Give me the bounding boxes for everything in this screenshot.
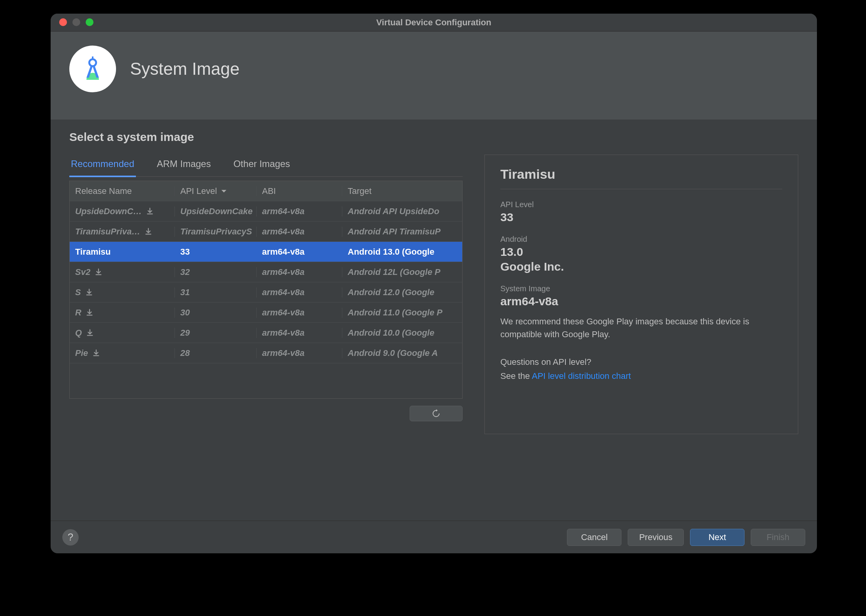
svg-point-1 xyxy=(89,59,96,66)
cell-abi: arm64-v8a xyxy=(257,267,342,277)
table-row[interactable]: R30arm64-v8aAndroid 11.0 (Google P xyxy=(70,303,462,323)
tab-arm-images[interactable]: ARM Images xyxy=(155,155,213,176)
download-icon[interactable] xyxy=(85,288,93,297)
page-title: System Image xyxy=(130,59,239,79)
help-button[interactable]: ? xyxy=(62,529,79,546)
cell-target: Android 11.0 (Google P xyxy=(342,308,462,318)
cell-api: 29 xyxy=(175,328,257,338)
detail-api-label: API Level xyxy=(500,200,782,209)
android-studio-icon xyxy=(69,46,116,92)
detail-note: We recommend these Google Play images be… xyxy=(500,315,782,341)
sort-desc-icon xyxy=(221,188,227,194)
cell-release: Tiramisu xyxy=(70,247,175,257)
cell-abi: arm64-v8a xyxy=(257,247,342,257)
detail-title: Tiramisu xyxy=(500,167,782,189)
cell-api: 30 xyxy=(175,308,257,318)
table-row[interactable]: Tiramisu33arm64-v8aAndroid 13.0 (Google xyxy=(70,242,462,262)
titlebar: Virtual Device Configuration xyxy=(51,14,817,32)
detail-sysimg-label: System Image xyxy=(500,284,782,293)
detail-android-label: Android xyxy=(500,235,782,244)
download-icon[interactable] xyxy=(92,349,100,357)
table-row[interactable]: Pie28arm64-v8aAndroid 9.0 (Google A xyxy=(70,343,462,363)
detail-question: Questions on API level? xyxy=(500,357,782,367)
cell-release: Pie xyxy=(70,348,175,358)
col-api-level[interactable]: API Level xyxy=(175,186,257,196)
detail-vendor: Google Inc. xyxy=(500,260,782,273)
cell-abi: arm64-v8a xyxy=(257,308,342,318)
left-pane: Recommended ARM Images Other Images Rele… xyxy=(69,155,463,434)
cell-release: Q xyxy=(70,328,175,338)
cancel-button[interactable]: Cancel xyxy=(567,529,621,546)
cell-target: Android API TiramisuP xyxy=(342,227,462,237)
download-icon[interactable] xyxy=(86,329,94,337)
download-icon[interactable] xyxy=(85,308,94,317)
cell-api: 33 xyxy=(175,247,257,257)
cell-target: Android 9.0 (Google A xyxy=(342,348,462,358)
col-target[interactable]: Target xyxy=(342,186,462,196)
cell-abi: arm64-v8a xyxy=(257,206,342,216)
table-row[interactable]: Q29arm64-v8aAndroid 10.0 (Google xyxy=(70,323,462,343)
cell-target: Android 12L (Google P xyxy=(342,267,462,277)
cell-target: Android 13.0 (Google xyxy=(342,247,462,257)
col-release-name[interactable]: Release Name xyxy=(70,186,175,196)
api-level-chart-link[interactable]: API level distribution chart xyxy=(532,371,631,381)
cell-release: R xyxy=(70,308,175,318)
system-image-table: Release Name API Level ABI Target Upside… xyxy=(69,181,463,399)
cell-api: 32 xyxy=(175,267,257,277)
tab-recommended[interactable]: Recommended xyxy=(69,155,136,177)
cell-api: 28 xyxy=(175,348,257,358)
body: Select a system image Recommended ARM Im… xyxy=(51,120,817,434)
cell-target: Android API UpsideDo xyxy=(342,206,462,216)
footer: ? Cancel Previous Next Finish xyxy=(51,521,817,553)
next-button[interactable]: Next xyxy=(690,529,745,546)
refresh-button[interactable] xyxy=(410,406,463,421)
cell-api: 31 xyxy=(175,287,257,297)
col-abi[interactable]: ABI xyxy=(257,186,342,196)
table-row[interactable]: S31arm64-v8aAndroid 12.0 (Google xyxy=(70,282,462,303)
cell-abi: arm64-v8a xyxy=(257,227,342,237)
table-header-row: Release Name API Level ABI Target xyxy=(70,181,462,201)
table-row[interactable]: TiramisuPriva…TiramisuPrivacySarm64-v8aA… xyxy=(70,222,462,242)
detail-sysimg-value: arm64-v8a xyxy=(500,295,782,308)
section-title: Select a system image xyxy=(69,130,798,144)
cell-abi: arm64-v8a xyxy=(257,348,342,358)
cell-target: Android 10.0 (Google xyxy=(342,328,462,338)
download-icon[interactable] xyxy=(144,227,153,236)
cell-abi: arm64-v8a xyxy=(257,287,342,297)
help-icon: ? xyxy=(68,531,73,543)
download-icon[interactable] xyxy=(146,207,154,216)
refresh-icon xyxy=(431,409,441,418)
detail-pane: Tiramisu API Level 33 Android 13.0 Googl… xyxy=(484,155,798,434)
cell-release: UpsideDownC… xyxy=(70,206,175,216)
table-row[interactable]: UpsideDownC…UpsideDownCakearm64-v8aAndro… xyxy=(70,201,462,222)
tab-other-images[interactable]: Other Images xyxy=(232,155,291,176)
table-row[interactable]: Sv232arm64-v8aAndroid 12L (Google P xyxy=(70,262,462,282)
cell-abi: arm64-v8a xyxy=(257,328,342,338)
tabs: Recommended ARM Images Other Images xyxy=(69,155,463,177)
detail-link-line: See the API level distribution chart xyxy=(500,370,782,382)
cell-api: TiramisuPrivacyS xyxy=(175,227,257,237)
window-title: Virtual Device Configuration xyxy=(51,18,817,28)
detail-api-value: 33 xyxy=(500,211,782,224)
previous-button[interactable]: Previous xyxy=(628,529,684,546)
download-icon[interactable] xyxy=(94,268,103,276)
cell-api: UpsideDownCake xyxy=(175,206,257,216)
header-banner: System Image xyxy=(51,32,817,120)
finish-button: Finish xyxy=(751,529,805,546)
dialog-window: Virtual Device Configuration System Imag… xyxy=(51,14,817,553)
cell-release: Sv2 xyxy=(70,267,175,277)
cell-release: S xyxy=(70,287,175,297)
cell-target: Android 12.0 (Google xyxy=(342,287,462,297)
detail-android-value: 13.0 xyxy=(500,245,782,259)
cell-release: TiramisuPriva… xyxy=(70,227,175,237)
